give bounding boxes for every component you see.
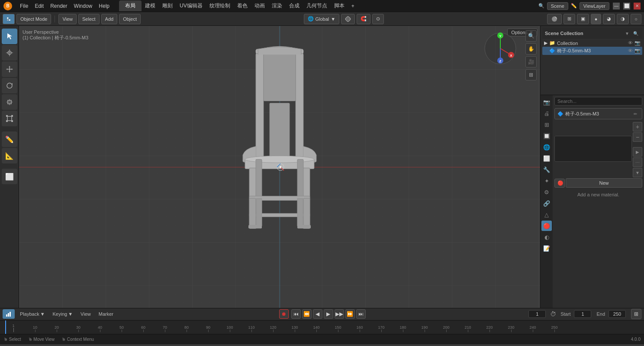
workspace-tab-shading[interactable]: 着色 (234, 1, 251, 11)
close-button[interactable]: ✕ (634, 3, 641, 10)
menu-render[interactable]: Render (48, 2, 70, 10)
xray-toggle[interactable]: ▣ (577, 14, 589, 24)
timeline-icon[interactable] (3, 309, 15, 319)
view-layer-props-icon[interactable]: ⊞ (541, 119, 552, 130)
end-frame-input[interactable]: 250 (609, 310, 626, 318)
menu-help[interactable]: Help (96, 2, 112, 10)
constraints-props-icon[interactable]: 🔗 (541, 198, 552, 208)
workspace-tab-layout[interactable]: 布局 (119, 0, 142, 11)
camera-button[interactable]: 🎥 (525, 56, 537, 67)
visibility-icon[interactable]: 👁 (628, 40, 633, 46)
next-keyframe-button[interactable]: ⏩ (345, 309, 355, 319)
object-menu[interactable]: Object (119, 14, 141, 24)
shading-material[interactable]: ◕ (603, 14, 615, 24)
viewport-icon[interactable] (3, 14, 15, 24)
step-forward-button[interactable]: ▶▶ (335, 309, 344, 319)
physics-props-icon[interactable]: ⚙ (541, 187, 552, 197)
workspace-tab-uv[interactable]: UV编辑器 (176, 1, 206, 11)
render-icon[interactable]: 📷 (634, 40, 641, 46)
proportional-edit[interactable]: ⊙ (372, 14, 384, 24)
jump-start-button[interactable]: ⏮ (291, 309, 301, 319)
menu-window[interactable]: Window (71, 2, 95, 10)
select-menu[interactable]: Select (78, 14, 100, 24)
modifier-props-icon[interactable]: 🔧 (541, 164, 552, 175)
view-layer-selector[interactable]: ViewLayer (580, 2, 609, 10)
timeline-extras-button[interactable]: ⊞ (631, 309, 641, 319)
menu-file[interactable]: File (17, 2, 31, 10)
material-remove-slot[interactable]: − (633, 132, 642, 142)
minimize-button[interactable]: — (613, 3, 620, 10)
pan-button[interactable]: ✋ (525, 43, 537, 54)
material-props-icon[interactable]: 🔴 (541, 221, 552, 231)
marker-menu[interactable]: Marker (96, 311, 116, 317)
record-button[interactable]: ⏺ (279, 309, 289, 319)
workspace-tab-texture[interactable]: 纹理绘制 (206, 1, 234, 11)
workspace-tab-compositing[interactable]: 合成 (286, 1, 303, 11)
outliner-object-item[interactable]: 🔷 椅子-0.5mm-M3 👁 📷 (542, 47, 642, 55)
navigation-gizmo[interactable]: Y X Z (483, 31, 518, 66)
workspace-tab-geometry[interactable]: 几何节点 (303, 1, 331, 11)
prev-keyframe-button[interactable]: ⏪ (302, 309, 312, 319)
rotate-tool[interactable] (2, 78, 17, 93)
step-back-button[interactable]: ◀ (313, 309, 322, 319)
world-props-icon[interactable]: 🌐 (541, 142, 552, 152)
material-add-slot[interactable]: + (633, 122, 642, 131)
workspace-tab-modeling[interactable]: 建模 (142, 1, 159, 11)
view-menu[interactable]: View (58, 14, 77, 24)
render-props-icon[interactable]: 📷 (541, 97, 552, 107)
custom-props-icon[interactable]: 📝 (541, 243, 552, 253)
snap-toggle[interactable]: 🧲 (357, 14, 370, 24)
material-slot-up[interactable]: ▶ (633, 147, 642, 157)
edit-name-button[interactable]: ✏ (631, 110, 639, 118)
shading-solid[interactable]: ● (591, 14, 602, 24)
workspace-tab-rendering[interactable]: 渲染 (268, 1, 286, 11)
workspace-tab-animation[interactable]: 动画 (251, 1, 268, 11)
scale-tool[interactable] (2, 94, 17, 110)
timeline-ruler[interactable]: 1 10 20 30 40 50 60 70 80 90 100 110 120… (0, 320, 644, 334)
shading-wire[interactable]: ○ (631, 14, 641, 24)
overlay-toggle[interactable]: ⊞ (564, 14, 575, 24)
scene-selector[interactable]: Scene (547, 2, 568, 10)
new-material-button[interactable]: New (566, 178, 642, 188)
material-color-indicator[interactable]: 🔴 (554, 179, 565, 188)
transform-tools[interactable] (341, 14, 355, 24)
cursor-tool[interactable] (2, 45, 17, 61)
material-options[interactable]: ⋯ (633, 157, 642, 167)
material-slot-down[interactable]: ▼ (633, 168, 642, 177)
transform-tool[interactable] (2, 111, 17, 126)
transform-space[interactable]: 🌐 Global ▼ (304, 14, 340, 24)
outliner-scene-collection[interactable]: ▶ 📁 Collection 👁 📷 (542, 39, 642, 47)
workspace-add-tab[interactable]: + (348, 2, 358, 10)
workspace-tab-scripting[interactable]: 脚本 (331, 1, 348, 11)
add-menu[interactable]: Add (101, 14, 118, 24)
grid-button[interactable]: ⊞ (525, 69, 537, 80)
viewport-shading[interactable] (547, 14, 562, 24)
maximize-button[interactable]: ⬜ (623, 3, 630, 10)
workspace-tab-sculpting[interactable]: 雕刻 (159, 1, 176, 11)
output-props-icon[interactable]: 🖨 (541, 108, 552, 119)
object-props-icon[interactable]: ⬜ (541, 153, 552, 163)
menu-edit[interactable]: Edit (32, 2, 46, 10)
jump-end-button[interactable]: ⏭ (356, 309, 366, 319)
playback-menu[interactable]: Playback ▼ (17, 311, 48, 317)
select-tool[interactable] (2, 29, 17, 44)
object-visibility-icon[interactable]: 👁 (628, 48, 633, 54)
move-tool[interactable] (2, 61, 17, 77)
shader-props-icon[interactable]: ◐ (541, 232, 552, 242)
object-data-props-icon[interactable]: △ (541, 209, 552, 220)
object-render-icon[interactable]: 📷 (634, 48, 641, 54)
shading-render[interactable]: ◑ (617, 14, 629, 24)
add-cube-tool[interactable]: ⬜ (2, 169, 17, 184)
outliner-search[interactable]: 🔍 (632, 29, 640, 37)
properties-search-input[interactable] (554, 97, 642, 106)
mode-selector[interactable]: Object Mode (16, 14, 51, 24)
scene-props-icon[interactable]: 🔲 (541, 131, 552, 141)
annotate-tool[interactable]: ✏️ (2, 131, 17, 147)
play-button[interactable]: ▶ (324, 309, 333, 319)
particles-props-icon[interactable]: ✦ (541, 176, 552, 186)
keying-menu[interactable]: Keying ▼ (50, 311, 76, 317)
3d-viewport[interactable]: User Perspective (1) Collection | 椅子-0.5… (19, 26, 540, 308)
zoom-in-button[interactable]: 🔍 (525, 30, 537, 42)
start-frame-input[interactable]: 1 (574, 310, 591, 318)
timeline-playhead[interactable] (5, 320, 6, 334)
